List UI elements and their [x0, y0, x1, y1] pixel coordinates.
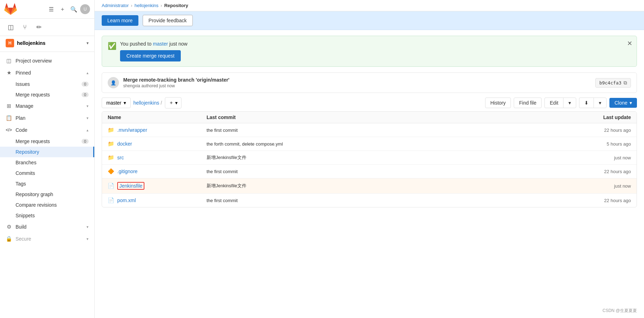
file-name-docker[interactable]: 📁 docker: [108, 141, 207, 147]
breadcrumb-administrator[interactable]: Administrator: [102, 3, 129, 8]
top-banner: Learn more Provide feedback: [95, 11, 644, 30]
sidebar-item-snippets[interactable]: Snippets: [0, 210, 94, 221]
snippet-icon-btn[interactable]: ✏: [32, 21, 45, 34]
file-name-pomxml[interactable]: 📄 pom.xml: [108, 197, 207, 204]
edit-button[interactable]: Edit: [544, 98, 563, 108]
sidebar-item-project-overview[interactable]: ◫ Project overview: [0, 55, 94, 67]
commit-message-pomxml: the first commit: [207, 198, 567, 203]
commit-message-mvn: the first commit: [207, 128, 567, 133]
sidebar-toggle-btn[interactable]: ☰: [46, 4, 56, 14]
history-button[interactable]: History: [485, 98, 511, 108]
gitignore-icon: 🔶: [108, 168, 114, 175]
commit-hash-text: b9c4cfa3: [599, 80, 621, 86]
add-file-button[interactable]: ＋ ▾: [165, 97, 181, 108]
search-btn[interactable]: 🔍: [69, 4, 79, 14]
file-name-text: .mvn/wrapper: [117, 127, 147, 133]
add-icon: ＋: [169, 100, 174, 106]
merge-requests-code-label: Merge requests: [16, 139, 82, 144]
sidebar-item-repository-graph[interactable]: Repository graph: [0, 189, 94, 200]
todo-icon-btn[interactable]: ◫: [4, 21, 17, 34]
jenkins-icon: 📄: [108, 183, 114, 189]
new-item-btn[interactable]: ＋: [58, 4, 67, 14]
clone-label: Clone: [614, 100, 627, 106]
merge-request-icon-btn[interactable]: ⑂: [18, 21, 31, 34]
update-time-mvn: 22 hours ago: [567, 128, 631, 133]
sidebar-header: ☰ ＋ 🔍 U: [0, 0, 94, 19]
branch-dropdown-chevron: ▾: [124, 100, 126, 106]
branch-dropdown[interactable]: master ▾: [102, 98, 131, 108]
file-name-src[interactable]: 📁 src: [108, 154, 207, 161]
download-dropdown-button[interactable]: ▾: [594, 98, 607, 108]
sidebar-item-build[interactable]: ⚙ Build ▾: [0, 221, 94, 233]
sidebar-top-icons: ◫ ⑂ ✏: [0, 19, 94, 36]
commit-info: Merge remote-tracking branch 'origin/mas…: [123, 77, 591, 88]
branches-label: Branches: [16, 160, 89, 165]
plan-label: Plan: [16, 115, 83, 121]
commits-label: Commits: [16, 170, 89, 176]
merge-requests-pinned-badge: 0: [82, 92, 89, 97]
update-time-gitignore: 22 hours ago: [567, 169, 631, 174]
pinned-chevron: ▴: [87, 71, 89, 75]
secure-label: Secure: [16, 236, 83, 242]
commit-time: just now: [159, 83, 175, 88]
tags-label: Tags: [16, 181, 89, 187]
table-row: 📁 .mvn/wrapper the first commit 22 hours…: [102, 123, 637, 137]
push-notification-close-button[interactable]: ✕: [627, 40, 632, 47]
file-name-text-highlighted: Jenkinsfile: [117, 182, 144, 190]
create-merge-request-button[interactable]: Create merge request: [120, 50, 181, 61]
issues-badge: 0: [82, 82, 89, 87]
file-name-jenkinsfile[interactable]: 📄 Jenkinsfile: [108, 182, 207, 190]
provide-feedback-button[interactable]: Provide feedback: [143, 15, 193, 26]
file-name-text: pom.xml: [117, 198, 136, 203]
sidebar-item-tags[interactable]: Tags: [0, 178, 94, 189]
commit-meta: shengxia authored just now: [123, 83, 591, 88]
sidebar-item-compare-revisions[interactable]: Compare revisions: [0, 200, 94, 210]
push-msg-pre: You pushed to: [120, 41, 151, 47]
sidebar-divider-1: [0, 52, 94, 52]
path-root[interactable]: hellojenkins: [133, 100, 159, 106]
find-file-button[interactable]: Find file: [514, 98, 542, 108]
file-name-gitignore[interactable]: 🔶 .gitignore: [108, 168, 207, 175]
folder-icon: 📁: [108, 154, 114, 161]
snippets-label: Snippets: [16, 213, 89, 218]
repo-toolbar: master ▾ hellojenkins / ＋ ▾ History Find…: [102, 97, 637, 108]
commit-hash-button[interactable]: b9c4cfa3 ⧉: [595, 78, 631, 88]
breadcrumb-hellojenkins[interactable]: hellojenkins: [135, 3, 159, 8]
sidebar-item-merge-requests-code[interactable]: Merge requests 0: [0, 136, 94, 147]
file-name-mvn[interactable]: 📁 .mvn/wrapper: [108, 127, 207, 133]
push-notification: ✅ You pushed to master just now Create m…: [102, 36, 637, 67]
push-branch-link[interactable]: master: [153, 41, 168, 47]
sidebar-item-code[interactable]: </> Code ▴: [0, 124, 94, 136]
sidebar-item-issues[interactable]: Issues 0: [0, 79, 94, 89]
sidebar-item-repository[interactable]: Repository: [0, 147, 94, 157]
main-scroll-area: ✅ You pushed to master just now Create m…: [95, 30, 644, 318]
copy-hash-icon: ⧉: [624, 80, 627, 86]
path-sep: /: [161, 100, 162, 106]
sidebar-item-branches[interactable]: Branches: [0, 157, 94, 168]
manage-chevron: ▾: [87, 104, 89, 108]
commit-title: Merge remote-tracking branch 'origin/mas…: [123, 77, 591, 83]
sidebar-item-plan[interactable]: 📋 Plan ▾: [0, 112, 94, 124]
sidebar-item-merge-requests-pinned[interactable]: Merge requests 0: [0, 89, 94, 100]
breadcrumb-sep-1: ›: [131, 3, 132, 8]
download-button[interactable]: ⬇: [579, 98, 594, 108]
merge-requests-code-badge: 0: [82, 139, 89, 144]
learn-more-button[interactable]: Learn more: [102, 15, 138, 26]
sidebar-item-secure[interactable]: 🔒 Secure ▾: [0, 233, 94, 245]
check-icon: ✅: [108, 42, 117, 50]
gitlab-logo[interactable]: [4, 3, 17, 16]
edit-dropdown-button[interactable]: ▾: [563, 98, 576, 108]
commit-avatar: 👤: [108, 77, 119, 88]
code-label: Code: [16, 127, 83, 133]
build-label: Build: [16, 224, 83, 230]
pinned-label: Pinned: [16, 70, 83, 76]
sidebar-item-pinned[interactable]: ★ Pinned ▴: [0, 67, 94, 79]
sidebar-item-manage[interactable]: ⊞ Manage ▾: [0, 100, 94, 112]
project-header[interactable]: H hellojenkins ▾: [0, 36, 94, 50]
clone-button[interactable]: Clone ▾: [609, 98, 637, 108]
avatar-btn[interactable]: U: [80, 4, 90, 14]
sidebar-item-commits[interactable]: Commits: [0, 168, 94, 178]
table-row: 📁 docker the forth commit, delete compos…: [102, 137, 637, 151]
secure-chevron: ▾: [87, 237, 89, 241]
push-msg-post: just now: [169, 41, 187, 47]
